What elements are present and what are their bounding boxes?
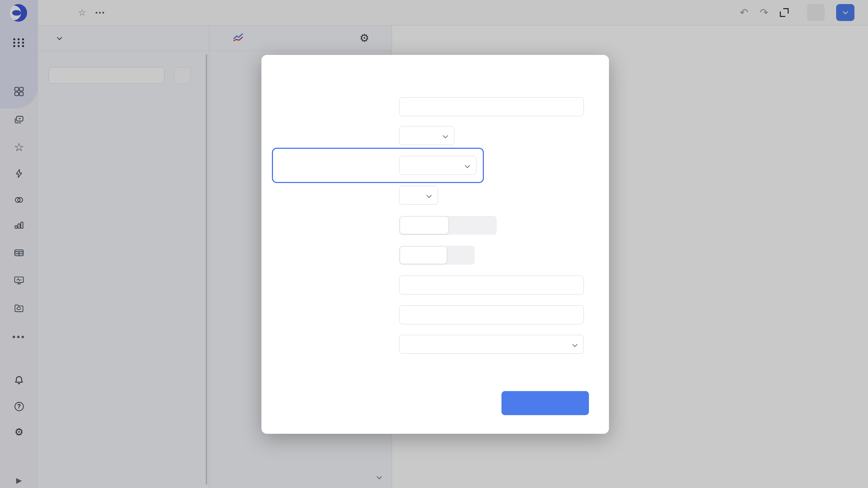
field-settings-dialog [261, 55, 609, 434]
format-segmented-control [399, 216, 497, 235]
thousands-show-option[interactable] [400, 247, 447, 264]
grouping-select[interactable] [399, 156, 476, 175]
chevron-down-icon [427, 192, 432, 198]
cancel-button[interactable] [430, 394, 450, 413]
chevron-down-icon [465, 163, 470, 168]
chevron-down-icon [572, 342, 578, 347]
prefix-field[interactable] [399, 276, 584, 294]
chevron-down-icon [443, 133, 448, 138]
apply-button[interactable] [501, 391, 589, 415]
thousands-hide-option[interactable] [447, 247, 474, 264]
units-select[interactable] [399, 335, 584, 354]
format-percent-option[interactable] [448, 217, 496, 234]
format-number-option[interactable] [400, 217, 448, 234]
close-icon[interactable] [576, 65, 595, 84]
datalens-wizard-window: ☆ ••• ? ⚙ ▶ ☆ ↶ ↷ [0, 0, 868, 488]
thousands-segmented-control [399, 246, 475, 265]
postfix-field[interactable] [399, 305, 584, 324]
name-field[interactable] [399, 97, 584, 116]
aggregation-select[interactable] [399, 186, 438, 205]
type-select[interactable] [399, 126, 454, 145]
